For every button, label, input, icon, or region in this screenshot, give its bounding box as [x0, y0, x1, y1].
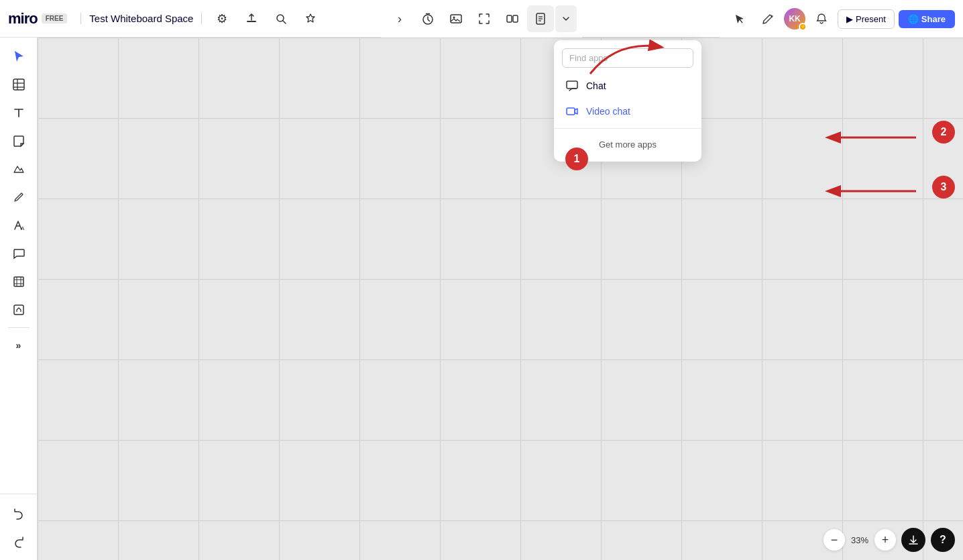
svg-rect-19	[567, 81, 577, 89]
text-tool-button[interactable]	[5, 99, 32, 126]
share-label: Share	[921, 14, 946, 24]
frame-tool-button[interactable]	[5, 268, 32, 295]
more-tools-button[interactable]: »	[5, 332, 32, 359]
timer-button[interactable]	[414, 5, 441, 32]
more-icon: »	[16, 340, 21, 351]
share-globe-icon: 🌐	[908, 14, 919, 24]
avatar-initials: KK	[789, 14, 800, 23]
upload-button[interactable]	[239, 7, 264, 31]
present-label: Present	[856, 14, 886, 24]
apps-dropdown: Chat Video chat Get more apps	[554, 40, 701, 162]
undo-button[interactable]	[5, 500, 32, 526]
present-play-icon: ▶	[846, 14, 853, 24]
table-tool-button[interactable]	[5, 71, 32, 98]
zoom-controls: − 33% +	[824, 529, 896, 551]
expand-button[interactable]: ›	[386, 5, 413, 32]
right-toolbar: KK ⚡ ▶ Present 🌐 Share	[720, 0, 963, 38]
svg-line-2	[283, 21, 286, 23]
avatar-badge: ⚡	[799, 23, 807, 31]
note-tool-button[interactable]	[5, 127, 32, 154]
settings-button[interactable]: ⚙	[210, 7, 234, 31]
miro-logo: miro	[8, 10, 38, 27]
svg-rect-20	[567, 108, 575, 115]
share-button[interactable]: 🌐 Share	[899, 10, 955, 28]
zoom-level: 33%	[848, 535, 872, 545]
chat-menu-item[interactable]: Chat	[554, 73, 701, 99]
video-chat-icon	[565, 104, 579, 119]
svg-text:A: A	[21, 225, 25, 231]
select-tool-button[interactable]	[5, 43, 32, 70]
notifications-button[interactable]	[809, 7, 834, 31]
zoom-in-button[interactable]: +	[874, 529, 896, 551]
fullscreen-button[interactable]	[471, 5, 498, 32]
get-more-apps-label: Get more apps	[599, 139, 657, 150]
annotation-1: 1	[565, 148, 588, 170]
grid-background	[38, 38, 963, 560]
bottom-right-controls: − 33% + ?	[824, 528, 955, 552]
video-chat-menu-item[interactable]: Video chat	[554, 99, 701, 124]
upload-tool-button[interactable]	[5, 296, 32, 323]
font-tool-button[interactable]: A	[5, 212, 32, 239]
download-button[interactable]	[901, 528, 925, 552]
free-badge: free	[42, 13, 68, 23]
search-button[interactable]	[269, 7, 293, 31]
redo-button[interactable]	[5, 528, 32, 555]
logo-area: miro free	[8, 10, 67, 27]
board-title[interactable]: Test Whiteboard Space	[80, 13, 202, 24]
help-icon: ?	[940, 534, 946, 546]
more-tools-button[interactable]	[555, 5, 577, 32]
svg-rect-12	[13, 79, 24, 90]
chat-label: Chat	[586, 80, 606, 91]
dropdown-divider	[554, 128, 701, 129]
undo-redo-panel	[0, 494, 38, 560]
annotation-3: 3	[932, 176, 955, 199]
sidebar-divider	[8, 327, 30, 328]
svg-point-5	[453, 17, 455, 19]
left-sidebar: A »	[0, 38, 38, 560]
help-button[interactable]: ?	[931, 528, 955, 552]
video-chat-label: Video chat	[586, 106, 630, 117]
svg-rect-6	[507, 15, 512, 22]
comment-tool-button[interactable]	[5, 240, 32, 267]
canvas-area[interactable]	[38, 38, 963, 560]
magic-pen-button[interactable]	[756, 7, 780, 31]
svg-rect-18	[14, 305, 23, 315]
zoom-out-button[interactable]: −	[824, 529, 845, 551]
document-button[interactable]	[527, 5, 554, 32]
svg-rect-7	[513, 15, 518, 22]
chat-icon	[565, 78, 579, 93]
card-button[interactable]	[499, 5, 526, 32]
shapes-tool-button[interactable]	[5, 156, 32, 182]
svg-rect-17	[14, 277, 23, 286]
annotation-2: 2	[932, 121, 955, 144]
present-button[interactable]: ▶ Present	[838, 9, 895, 29]
pin-button[interactable]	[298, 7, 323, 31]
image-button[interactable]	[443, 5, 469, 32]
find-apps-input[interactable]	[562, 48, 693, 68]
pen-tool-button[interactable]	[5, 184, 32, 211]
center-toolbar: ›	[381, 0, 582, 38]
cursor-mode-button[interactable]	[728, 7, 752, 31]
avatar[interactable]: KK ⚡	[784, 8, 805, 30]
svg-rect-0	[247, 21, 256, 22]
